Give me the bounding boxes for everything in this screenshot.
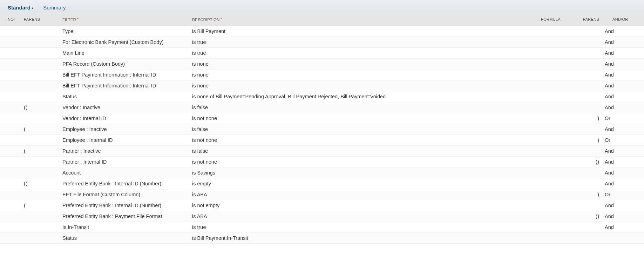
cell-formula (521, 189, 563, 200)
cell-filter: Vendor : Internal ID (60, 113, 189, 124)
cell-parens-left (21, 222, 60, 233)
cell-not (0, 26, 21, 37)
table-row[interactable]: Bill EFT Payment Information : Internal … (0, 80, 644, 91)
col-header-parens-right[interactable]: PARENS (563, 13, 602, 26)
cell-description: is Bill Payment:In-Transit (189, 233, 521, 244)
cell-parens-left (21, 167, 60, 178)
cell-not (0, 189, 21, 200)
col-header-andor[interactable]: AND/OR (602, 13, 644, 26)
cell-andor: And (602, 157, 644, 167)
required-icon: * (77, 17, 79, 22)
table-row[interactable]: (Preferred Entity Bank : Internal ID (Nu… (0, 200, 644, 211)
table-row[interactable]: PFA Record (Custom Body)is noneAnd (0, 59, 644, 70)
cell-parens-left (21, 70, 60, 80)
cell-not (0, 200, 21, 211)
cell-description: is none (189, 59, 521, 70)
cell-formula (521, 26, 563, 37)
cell-description: is not empty (189, 200, 521, 211)
table-row[interactable]: For Electronic Bank Payment (Custom Body… (0, 37, 644, 48)
cell-parens-right (563, 59, 602, 70)
cell-andor: And (602, 91, 644, 102)
cell-andor: And (602, 222, 644, 233)
cell-formula (521, 211, 563, 222)
cell-description: is false (189, 124, 521, 135)
cell-parens-right (563, 167, 602, 178)
cell-parens-right (563, 222, 602, 233)
table-row[interactable]: Main Lineis trueAnd (0, 48, 644, 59)
cell-andor: And (602, 146, 644, 157)
cell-parens-left (21, 26, 60, 37)
table-row[interactable]: (Partner : Inactiveis falseAnd (0, 146, 644, 157)
criteria-table: NOT PARENS FILTER* DESCRIPTION* FORMULA … (0, 13, 644, 244)
table-row[interactable]: (Employee : Inactiveis falseAnd (0, 124, 644, 135)
table-row[interactable]: Statusis Bill Payment:In-Transit (0, 233, 644, 244)
col-header-formula[interactable]: FORMULA (521, 13, 563, 26)
cell-parens-right (563, 178, 602, 189)
table-row[interactable]: Accountis SavingsAnd (0, 167, 644, 178)
cell-parens-right (563, 80, 602, 91)
cell-filter: Preferred Entity Bank : Internal ID (Num… (60, 178, 189, 189)
cell-parens-right: ) (563, 113, 602, 124)
col-header-not[interactable]: NOT (0, 13, 21, 26)
cell-parens-right (563, 48, 602, 59)
cell-not (0, 135, 21, 146)
cell-andor: And (602, 26, 644, 37)
cell-not (0, 233, 21, 244)
table-row[interactable]: Vendor : Internal IDis not none)Or (0, 113, 644, 124)
cell-not (0, 157, 21, 167)
cell-parens-left (21, 189, 60, 200)
cell-filter: Partner : Internal ID (60, 157, 189, 167)
modified-dot-icon: • (32, 6, 33, 11)
table-row[interactable]: Employee : Internal IDis not none)Or (0, 135, 644, 146)
cell-not (0, 222, 21, 233)
col-header-parens-left[interactable]: PARENS (21, 13, 60, 26)
cell-parens-left: ( (21, 146, 60, 157)
required-icon: * (220, 17, 222, 22)
cell-not (0, 37, 21, 48)
subtab-bar: Standard• Summary (0, 0, 644, 13)
cell-formula (521, 102, 563, 113)
cell-filter: Type (60, 26, 189, 37)
cell-not (0, 146, 21, 157)
cell-filter: Main Line (60, 48, 189, 59)
cell-filter: Employee : Inactive (60, 124, 189, 135)
cell-not (0, 70, 21, 80)
table-row[interactable]: Partner : Internal IDis not none))And (0, 157, 644, 167)
cell-filter: Preferred Entity Bank : Payment File For… (60, 211, 189, 222)
col-header-filter[interactable]: FILTER* (60, 13, 189, 26)
table-row[interactable]: ((Preferred Entity Bank : Internal ID (N… (0, 178, 644, 189)
cell-formula (521, 222, 563, 233)
cell-andor: And (602, 124, 644, 135)
cell-parens-right: )) (563, 157, 602, 167)
cell-parens-right (563, 146, 602, 157)
table-row[interactable]: Is In-Transitis trueAnd (0, 222, 644, 233)
cell-parens-right (563, 91, 602, 102)
cell-andor: Or (602, 113, 644, 124)
table-row[interactable]: Typeis Bill PaymentAnd (0, 26, 644, 37)
table-row[interactable]: EFT File Format (Custom Column)is ABA)Or (0, 189, 644, 200)
cell-not (0, 48, 21, 59)
cell-andor: And (602, 59, 644, 70)
cell-filter: Bill EFT Payment Information : Internal … (60, 70, 189, 80)
table-row[interactable]: Preferred Entity Bank : Payment File For… (0, 211, 644, 222)
table-row[interactable]: Statusis none of Bill Payment:Pending Ap… (0, 91, 644, 102)
cell-parens-left (21, 113, 60, 124)
cell-parens-right (563, 124, 602, 135)
cell-description: is empty (189, 178, 521, 189)
table-row[interactable]: Bill EFT Payment Information : Internal … (0, 70, 644, 80)
cell-description: is true (189, 222, 521, 233)
cell-parens-left (21, 91, 60, 102)
cell-filter: Account (60, 167, 189, 178)
cell-description: is true (189, 37, 521, 48)
tab-summary-label: Summary (43, 5, 66, 11)
table-row[interactable]: ((Vendor : Inactiveis falseAnd (0, 102, 644, 113)
col-header-description[interactable]: DESCRIPTION* (189, 13, 521, 26)
cell-parens-left (21, 80, 60, 91)
cell-filter: For Electronic Bank Payment (Custom Body… (60, 37, 189, 48)
cell-not (0, 113, 21, 124)
cell-formula (521, 146, 563, 157)
cell-description: is not none (189, 113, 521, 124)
cell-not (0, 102, 21, 113)
tab-summary[interactable]: Summary (38, 2, 70, 13)
tab-standard[interactable]: Standard• (3, 2, 38, 13)
